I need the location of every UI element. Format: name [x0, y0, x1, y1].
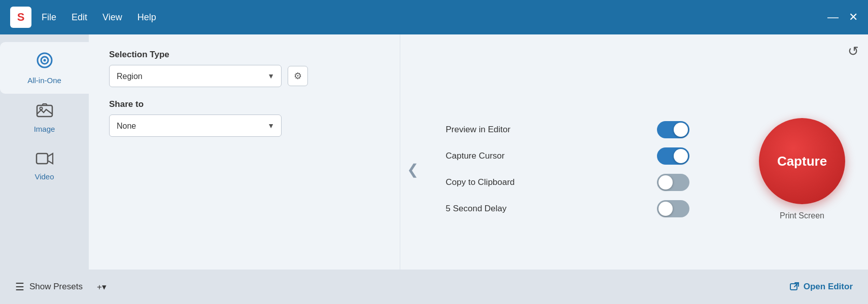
capture-button-label: Capture — [777, 154, 827, 169]
svg-rect-5 — [37, 154, 48, 164]
preview-in-editor-toggle[interactable] — [657, 121, 689, 138]
options-panel: Preview in Editor Capture Cursor Copy to… — [426, 34, 737, 304]
open-editor-icon — [789, 282, 800, 292]
close-button[interactable]: ✕ — [849, 11, 858, 24]
option-copy-to-clipboard: Copy to Clipboard — [446, 174, 689, 191]
menu-bar: File Edit View Help — [42, 12, 817, 23]
collapse-icon: ❮ — [407, 161, 419, 178]
minimize-button[interactable]: — — [827, 11, 839, 24]
sidebar-item-video-label: Video — [34, 172, 54, 181]
window-controls: — ✕ — [827, 11, 858, 24]
sidebar-item-image-label: Image — [34, 125, 55, 133]
video-icon — [36, 151, 54, 169]
capture-cursor-toggle[interactable] — [657, 147, 689, 165]
bottom-bar: ☰ Show Presets +▾ Open Editor — [0, 270, 868, 304]
5-second-delay-toggle[interactable] — [657, 200, 689, 217]
copy-to-clipboard-label: Copy to Clipboard — [446, 177, 547, 187]
preview-in-editor-knob — [674, 123, 688, 137]
selection-type-select[interactable]: Region — [109, 65, 282, 87]
show-presets-icon: ☰ — [15, 281, 24, 293]
preview-in-editor-label: Preview in Editor — [446, 125, 547, 135]
capture-button[interactable]: Capture — [759, 118, 845, 204]
option-preview-in-editor: Preview in Editor — [446, 121, 689, 138]
show-presets-button[interactable]: ☰ Show Presets — [15, 281, 83, 293]
menu-file[interactable]: File — [42, 12, 56, 23]
title-bar: S File Edit View Help — ✕ — [0, 0, 868, 34]
share-to-select[interactable]: None — [109, 115, 282, 137]
reset-button[interactable]: ↺ — [848, 44, 859, 59]
selection-type-section: Selection Type Region ▼ ⚙ — [109, 50, 379, 87]
sidebar-item-image[interactable]: Image — [0, 94, 89, 142]
collapse-panel[interactable]: ❮ — [400, 34, 426, 304]
all-in-one-icon — [36, 51, 54, 73]
option-capture-cursor: Capture Cursor — [446, 147, 689, 165]
main-area: All-in-One Image Video — [0, 34, 868, 304]
open-editor-button[interactable]: Open Editor — [789, 282, 853, 292]
image-icon — [36, 103, 53, 122]
share-to-wrapper: None ▼ — [109, 115, 282, 137]
copy-to-clipboard-toggle[interactable] — [657, 174, 689, 191]
capture-cursor-label: Capture Cursor — [446, 151, 547, 161]
capture-cursor-knob — [674, 149, 688, 163]
selection-type-row: Region ▼ ⚙ — [109, 65, 379, 87]
sidebar-item-all-in-one[interactable]: All-in-One — [0, 42, 89, 94]
show-presets-label: Show Presets — [29, 282, 83, 292]
selection-type-settings-button[interactable]: ⚙ — [288, 66, 308, 86]
capture-area: ↺ Capture Print Screen — [736, 34, 868, 304]
share-to-label: Share to — [109, 99, 379, 109]
sidebar: All-in-One Image Video — [0, 34, 89, 304]
5-second-delay-knob — [658, 202, 673, 216]
sidebar-item-all-in-one-label: All-in-One — [27, 76, 61, 85]
selection-type-label: Selection Type — [109, 50, 379, 60]
copy-to-clipboard-knob — [658, 175, 673, 189]
add-preset-button[interactable]: +▾ — [97, 282, 107, 292]
print-screen-label: Print Screen — [780, 211, 824, 220]
content-panel: Selection Type Region ▼ ⚙ Share to None … — [89, 34, 400, 304]
menu-help[interactable]: Help — [137, 12, 156, 23]
open-editor-label: Open Editor — [804, 282, 853, 292]
option-5-second-delay: 5 Second Delay — [446, 200, 689, 217]
menu-view[interactable]: View — [102, 12, 122, 23]
svg-point-2 — [43, 59, 46, 62]
selection-type-wrapper: Region ▼ — [109, 65, 282, 87]
menu-edit[interactable]: Edit — [72, 12, 87, 23]
share-to-section: Share to None ▼ — [109, 99, 379, 137]
sidebar-item-video[interactable]: Video — [0, 142, 89, 190]
app-logo: S — [10, 7, 31, 28]
5-second-delay-label: 5 Second Delay — [446, 204, 547, 214]
